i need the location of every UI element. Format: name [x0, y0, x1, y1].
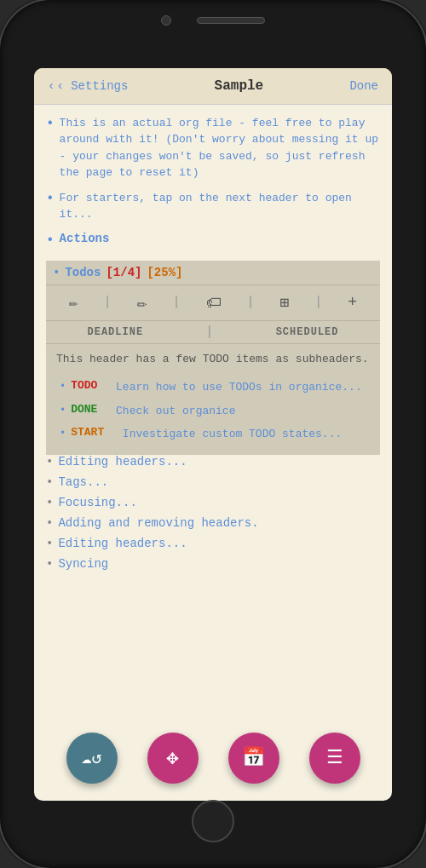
main-bullet-tags: •	[46, 475, 53, 489]
ds-separator: |	[205, 325, 214, 340]
navigation-bar: ‹ ‹ Settings Sample Done	[34, 68, 392, 105]
home-button[interactable]	[192, 800, 234, 842]
phone-screen: ‹ ‹ Settings Sample Done • This is an ac…	[34, 68, 392, 801]
main-item-focusing[interactable]: • Focusing...	[46, 496, 380, 509]
main-bullet-syncing: •	[46, 557, 53, 571]
intro-text-2: For starters, tap on the next header to …	[60, 190, 380, 223]
phone-top-bar	[85, 15, 341, 26]
todos-count: [1/4]	[106, 266, 141, 279]
bullet-icon-2: •	[46, 191, 55, 206]
phone-frame: ‹ ‹ Settings Sample Done • This is an ac…	[0, 0, 426, 868]
speaker-grille	[197, 17, 265, 24]
todos-toolbar: ✏ | ✏ | 🏷 | ⊞ | +	[46, 285, 380, 320]
back-icon: ‹	[48, 79, 55, 93]
move-button[interactable]: ✥	[147, 733, 199, 784]
main-text-focusing: Focusing...	[58, 496, 136, 509]
sep-1: |	[103, 295, 112, 310]
done-button[interactable]: Done	[349, 79, 378, 93]
main-bullet-editing: •	[46, 455, 53, 468]
calendar-icon: 📅	[242, 746, 265, 769]
todos-section: • Todos [1/4] [25%] ✏ | ✏ | 🏷 | ⊞ | +	[46, 261, 380, 455]
edit-icon[interactable]: ✏	[69, 293, 78, 312]
add-icon[interactable]: +	[348, 294, 357, 311]
intro-text-1: This is an actual org file - feel free t…	[60, 115, 380, 181]
tag-icon[interactable]: 🏷	[206, 294, 222, 312]
todo-keyword-2: DONE	[71, 403, 97, 416]
actions-bullet[interactable]: • Actions	[46, 232, 380, 252]
todo-bullet-1: •	[60, 381, 66, 393]
bullet-icon-3: •	[46, 233, 55, 248]
main-item-editing2[interactable]: • Editing headers...	[46, 537, 380, 550]
todo-keyword-3: START	[71, 426, 104, 439]
todo-item-2[interactable]: • DONE Check out organice	[60, 403, 380, 420]
main-bullet-focusing: •	[46, 496, 53, 509]
todo-bullet-2: •	[60, 405, 66, 417]
main-text-editing: Editing headers...	[58, 455, 187, 468]
todos-bullet-icon: •	[53, 266, 60, 279]
main-item-tags[interactable]: • Tags...	[46, 475, 380, 489]
todo-text-2: Check out organice	[116, 403, 235, 420]
main-item-editing[interactable]: • Editing headers...	[46, 455, 380, 468]
sep-3: |	[246, 295, 255, 310]
deadline-scheduled-bar: DEADLINE | SCHEDULED	[46, 320, 380, 343]
front-camera	[161, 15, 171, 26]
list-icon: ☰	[326, 746, 343, 769]
todo-item-1[interactable]: • TODO Learn how to use TODOs in organic…	[60, 379, 380, 396]
todo-keyword-1: TODO	[71, 379, 97, 392]
todos-percent: [25%]	[147, 266, 182, 279]
expand-icon[interactable]: ⊞	[279, 293, 289, 312]
todo-bullet-3: •	[60, 428, 66, 440]
back-label: ‹ Settings	[56, 79, 128, 93]
deadline-label[interactable]: DEADLINE	[87, 326, 143, 338]
main-text-editing2: Editing headers...	[58, 537, 187, 550]
main-text-syncing: Syncing	[58, 557, 108, 571]
cloud-icon: ☁↺	[81, 747, 101, 768]
todos-description: This header has a few TODO items as subh…	[46, 343, 380, 375]
todos-label: Todos	[65, 266, 101, 279]
move-icon: ✥	[166, 745, 178, 770]
cloud-sync-button[interactable]: ☁↺	[66, 733, 118, 784]
todos-header[interactable]: • Todos [1/4] [25%]	[46, 261, 380, 285]
bullet-icon-1: •	[46, 116, 55, 131]
main-item-syncing[interactable]: • Syncing	[46, 557, 380, 571]
main-bullet-editing2: •	[46, 537, 53, 550]
intro-bullet-1: • This is an actual org file - feel free…	[46, 115, 380, 181]
main-item-adding[interactable]: • Adding and removing headers.	[46, 516, 380, 530]
main-text-tags: Tags...	[58, 475, 108, 489]
scheduled-label[interactable]: SCHEDULED	[276, 326, 339, 338]
page-title: Sample	[215, 78, 264, 94]
actions-label: Actions	[60, 232, 110, 245]
edit-alt-icon[interactable]: ✏	[137, 292, 147, 313]
sep-4: |	[314, 295, 323, 310]
content-area: • This is an actual org file - feel free…	[34, 105, 392, 801]
back-button[interactable]: ‹ ‹ Settings	[48, 79, 128, 93]
list-button[interactable]: ☰	[309, 733, 360, 784]
main-bullet-adding: •	[46, 516, 53, 530]
calendar-button[interactable]: 📅	[228, 733, 279, 784]
main-text-adding: Adding and removing headers.	[58, 516, 258, 530]
todo-subitems: • TODO Learn how to use TODOs in organic…	[46, 374, 380, 455]
todo-text-3: Investigate custom TODO states...	[123, 426, 342, 443]
intro-bullet-2: • For starters, tap on the next header t…	[46, 190, 380, 223]
sep-2: |	[172, 295, 181, 310]
todo-text-1: Learn how to use TODOs in organice...	[116, 379, 362, 396]
todo-item-3[interactable]: • START Investigate custom TODO states..…	[60, 426, 380, 443]
